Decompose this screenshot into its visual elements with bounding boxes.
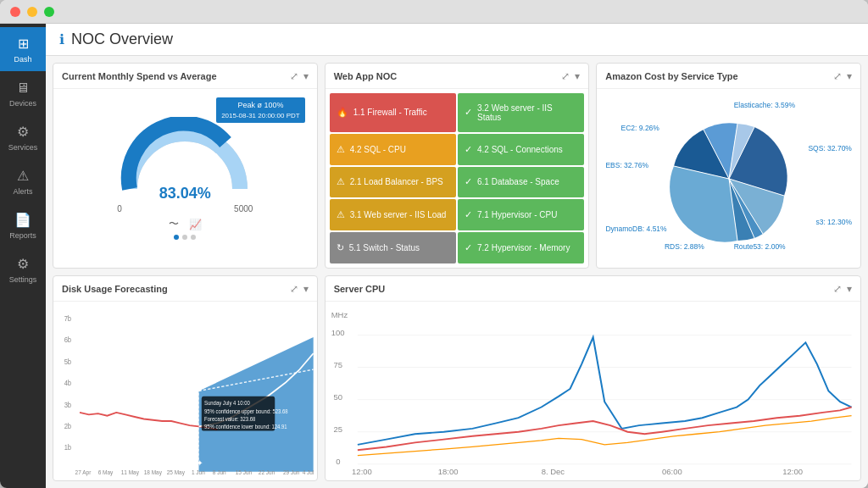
gauge-labels: 0 5000 (117, 204, 253, 214)
pie-widget-title: Amazon Cost by Service Type (605, 71, 737, 81)
maximize-button[interactable] (44, 7, 54, 17)
noc-item-sql-cpu[interactable]: ⚠ 4.2 SQL - CPU (330, 134, 456, 165)
noc-item-db-space[interactable]: ✓ 6.1 Database - Space (458, 167, 584, 198)
noc-item-sql-connections[interactable]: ✓ 4.2 SQL - Connections (458, 134, 584, 165)
gauge-widget-header: Current Monthly Spend vs Average ⤢ ▾ (53, 64, 317, 89)
svg-text:50: 50 (333, 393, 342, 402)
services-icon: ⚙ (14, 124, 31, 141)
pie-label-elasticache: Elasticache: 3.59% (734, 101, 795, 109)
noc-widget-body: 🔥 1.1 Firewall - Traffic ✓ 3.2 Web serve… (326, 89, 589, 268)
pie-widget-body: EC2: 9.26% Elasticache: 3.59% SQS: 32.70… (597, 89, 860, 268)
svg-text:8 Jun: 8 Jun (213, 469, 226, 476)
sidebar-item-reports[interactable]: 📄 Reports (0, 203, 46, 247)
svg-text:18 May: 18 May (144, 469, 163, 477)
disk-chart-svg: 7b 6b 5b 4b 3b 2b 1b (57, 305, 314, 477)
pie-expand-icon[interactable]: ⤢ (833, 70, 842, 82)
pie-widget: Amazon Cost by Service Type ⤢ ▾ (596, 63, 861, 269)
sidebar-item-devices[interactable]: 🖥 Devices (0, 71, 46, 115)
pie-widget-controls: ⤢ ▾ (833, 70, 852, 82)
minimize-button[interactable] (27, 7, 37, 17)
server-cpu-controls: ⤢ ▾ (833, 283, 852, 295)
refresh-icon: ↻ (337, 242, 344, 253)
noc-item-iis-status[interactable]: ✓ 3.2 Web server - IIS Status (458, 93, 584, 132)
sidebar-label-reports: Reports (9, 231, 36, 240)
check-icon: ✓ (465, 209, 472, 220)
svg-text:6b: 6b (64, 336, 72, 345)
info-icon: ℹ (59, 31, 64, 47)
cpu-expand-icon[interactable]: ⤢ (833, 283, 842, 295)
gauge-chart-icons: 〜 📈 (169, 217, 202, 231)
noc-widget-header: Web App NOC ⤢ ▾ (326, 64, 589, 89)
noc-widget: Web App NOC ⤢ ▾ 🔥 1.1 Firewall - Traffic (325, 63, 590, 269)
fire-icon: 🔥 (337, 107, 348, 118)
disk-widget: Disk Usage Forecasting ⤢ ▾ 7b 6b (53, 275, 318, 481)
svg-text:12:00: 12:00 (782, 469, 803, 477)
disk-expand-icon[interactable]: ⤢ (290, 283, 298, 295)
noc-item-hypervisor-memory[interactable]: ✓ 7.2 Hypervisor - Memory (458, 232, 584, 263)
gauge-icon-2[interactable]: 📈 (189, 219, 202, 230)
pie-label-route53: Route53: 2.00% (734, 242, 786, 251)
check-icon: ✓ (465, 176, 472, 187)
sidebar-label-devices: Devices (9, 99, 36, 108)
disk-widget-body: 7b 6b 5b 4b 3b 2b 1b (53, 302, 317, 480)
server-cpu-title: Server CPU (334, 284, 386, 294)
gauge-dot-2[interactable] (182, 235, 187, 240)
app-window: ⊞ Dash 🖥 Devices ⚙ Services ⚠ Alerts 📄 R… (0, 0, 868, 488)
page-title: NOC Overview (71, 30, 173, 48)
svg-text:6 May: 6 May (98, 469, 114, 477)
main-content: ℹ NOC Overview Current Monthly Spend vs … (46, 24, 868, 488)
svg-text:75: 75 (333, 361, 342, 369)
disk-widget-controls: ⤢ ▾ (290, 283, 309, 295)
sidebar-item-settings[interactable]: ⚙ Settings (0, 247, 46, 291)
svg-text:100: 100 (331, 329, 344, 337)
sidebar: ⊞ Dash 🖥 Devices ⚙ Services ⚠ Alerts 📄 R… (0, 24, 46, 488)
close-button[interactable] (10, 7, 20, 17)
noc-label: 4.2 SQL - CPU (350, 145, 406, 154)
svg-text:12:00: 12:00 (352, 469, 372, 477)
sidebar-item-services[interactable]: ⚙ Services (0, 115, 46, 159)
noc-item-webserver-load[interactable]: ⚠ 3.1 Web server - IIS Load (330, 199, 456, 230)
noc-expand-icon[interactable]: ⤢ (561, 70, 570, 82)
svg-text:✦: ✦ (197, 458, 203, 469)
pie-chart (657, 115, 801, 242)
pie-container: EC2: 9.26% Elasticache: 3.59% SQS: 32.70… (600, 92, 857, 264)
noc-item-hypervisor-cpu[interactable]: ✓ 7.1 Hypervisor - CPU (458, 199, 584, 230)
noc-item-lb-bps[interactable]: ⚠ 2.1 Load Balancer - BPS (330, 167, 456, 198)
reports-icon: 📄 (14, 212, 31, 229)
pie-label-ebs: EBS: 32.76% (605, 161, 648, 169)
noc-item-firewall[interactable]: 🔥 1.1 Firewall - Traffic (330, 93, 456, 132)
pie-chevron-icon[interactable]: ▾ (847, 70, 852, 82)
cpu-chevron-icon[interactable]: ▾ (847, 283, 852, 295)
noc-chevron-icon[interactable]: ▾ (575, 70, 580, 82)
pie-label-s3: s3: 12.30% (815, 218, 852, 226)
check-icon: ✓ (465, 144, 472, 155)
svg-text:18:00: 18:00 (437, 469, 458, 477)
gauge-value: 83.04% (159, 185, 211, 202)
title-bar (0, 0, 868, 24)
svg-text:5b: 5b (64, 358, 72, 366)
sidebar-item-dash[interactable]: ⊞ Dash (0, 27, 46, 71)
svg-text:7b: 7b (64, 314, 72, 323)
svg-text:11 May: 11 May (121, 469, 140, 477)
svg-text:1 Jun: 1 Jun (192, 469, 205, 476)
noc-grid: 🔥 1.1 Firewall - Traffic ✓ 3.2 Web serve… (328, 92, 587, 265)
svg-text:95% confidence lower bound: 12: 95% confidence lower bound: 124.91 (204, 423, 287, 430)
dash-icon: ⊞ (14, 36, 31, 53)
check-icon: ✓ (465, 107, 472, 118)
gauge-dot-3[interactable] (191, 235, 196, 240)
gauge-dot-1[interactable] (174, 235, 179, 240)
warning-icon: ⚠ (337, 176, 345, 187)
expand-icon[interactable]: ⤢ (290, 70, 298, 82)
svg-text:4b: 4b (64, 380, 72, 388)
svg-text:3b: 3b (64, 401, 72, 409)
alerts-icon: ⚠ (14, 168, 31, 185)
sidebar-item-alerts[interactable]: ⚠ Alerts (0, 159, 46, 203)
noc-label: 2.1 Load Balancer - BPS (350, 177, 443, 186)
gauge-icon-1[interactable]: 〜 (169, 217, 179, 231)
noc-item-switch[interactable]: ↻ 5.1 Switch - Status (330, 232, 456, 263)
server-cpu-chart: MHz 100 75 50 25 0 (329, 305, 857, 477)
disk-chevron-icon[interactable]: ▾ (303, 283, 309, 295)
chevron-down-icon[interactable]: ▾ (303, 70, 309, 82)
pie-widget-header: Amazon Cost by Service Type ⤢ ▾ (597, 64, 860, 89)
noc-label: 4.2 SQL - Connections (477, 145, 563, 154)
